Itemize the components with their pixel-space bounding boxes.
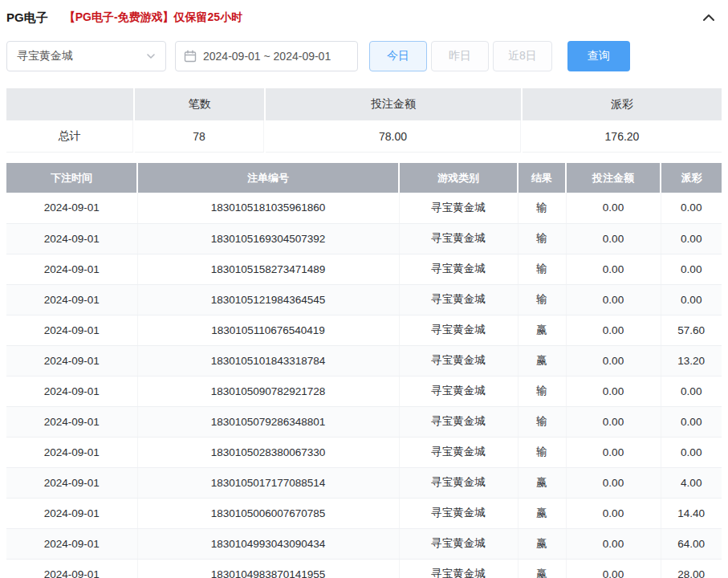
cell-game-type: 寻宝黄金城 (399, 437, 518, 467)
cell-bet-time: 2024-09-01 (6, 315, 137, 345)
table-row: 2024-09-011830104983870141955寻宝黄金城赢0.002… (6, 559, 722, 578)
cell-bet-amount: 0.00 (566, 254, 661, 284)
cell-bet-time: 2024-09-01 (6, 498, 137, 528)
cell-bet-time: 2024-09-01 (6, 559, 137, 578)
cell-bet-time: 2024-09-01 (6, 376, 137, 406)
cell-order-id: 1830105017177088514 (137, 467, 399, 498)
cell-order-id: 1830105169304507392 (137, 223, 399, 254)
date-range-value: 2024-09-01 ~ 2024-09-01 (203, 50, 331, 63)
cell-result: 赢 (518, 345, 566, 376)
calendar-icon (184, 50, 197, 63)
summary-header-bet-amount: 投注金额 (266, 88, 521, 120)
cell-bet-amount: 0.00 (566, 223, 661, 254)
cell-result: 输 (518, 437, 566, 467)
table-row: 2024-09-011830104993043090434寻宝黄金城赢0.006… (6, 528, 722, 559)
query-button[interactable]: 查询 (567, 41, 630, 71)
table-row: 2024-09-011830105169304507392寻宝黄金城输0.000… (6, 223, 722, 254)
cell-bet-amount: 0.00 (566, 559, 661, 578)
table-row: 2024-09-011830105017177088514寻宝黄金城赢0.004… (6, 467, 722, 498)
summary-header-blank (6, 88, 133, 120)
cell-game-type: 寻宝黄金城 (399, 559, 518, 578)
summary-total-label: 总计 (6, 120, 133, 153)
summary-header-row: 笔数 投注金额 派彩 (6, 88, 722, 120)
collapse-button[interactable] (699, 8, 718, 27)
cell-bet-time: 2024-09-01 (6, 345, 137, 376)
date-range-picker[interactable]: 2024-09-01 ~ 2024-09-01 (175, 41, 358, 71)
cell-bet-amount: 0.00 (566, 284, 661, 315)
cell-payout: 64.00 (661, 528, 722, 559)
cell-result: 输 (518, 223, 566, 254)
summary-total-payout: 176.20 (523, 120, 722, 153)
cell-game-type: 寻宝黄金城 (399, 528, 518, 559)
game-select[interactable]: 寻宝黄金城 (6, 41, 166, 71)
cell-bet-amount: 0.00 (566, 498, 661, 528)
cell-bet-amount: 0.00 (566, 193, 661, 223)
quick-range-today[interactable]: 今日 (369, 41, 427, 71)
cell-game-type: 寻宝黄金城 (399, 223, 518, 254)
cell-payout: 0.00 (661, 406, 722, 437)
cell-payout: 0.00 (661, 376, 722, 406)
cell-game-type: 寻宝黄金城 (399, 254, 518, 284)
pg-report-panel: PG电子 【PG电子-免费游戏】仅保留25小时 寻宝黄金城 2024-09-01… (0, 0, 728, 578)
cell-order-id: 1830105158273471489 (137, 254, 399, 284)
cell-game-type: 寻宝黄金城 (399, 315, 518, 345)
cell-bet-amount: 0.00 (566, 437, 661, 467)
cell-payout: 0.00 (661, 223, 722, 254)
summary-total-count: 78 (135, 120, 264, 153)
col-header-bet-time: 下注时间 (6, 163, 137, 193)
cell-bet-amount: 0.00 (566, 315, 661, 345)
col-header-result: 结果 (518, 163, 566, 193)
cell-bet-time: 2024-09-01 (6, 254, 137, 284)
summary-header-payout: 派彩 (523, 88, 722, 120)
summary-total-bet-amount: 78.00 (266, 120, 521, 153)
quick-range-yesterday[interactable]: 昨日 (431, 41, 489, 71)
game-select-value: 寻宝黄金城 (17, 49, 73, 63)
quick-range-last8days[interactable]: 近8日 (493, 41, 552, 71)
col-header-order-id: 注单编号 (137, 163, 399, 193)
cell-game-type: 寻宝黄金城 (399, 193, 518, 223)
cell-payout: 57.60 (661, 315, 722, 345)
cell-result: 赢 (518, 559, 566, 578)
cell-game-type: 寻宝黄金城 (399, 406, 518, 437)
cell-payout: 0.00 (661, 193, 722, 223)
cell-payout: 0.00 (661, 254, 722, 284)
cell-bet-amount: 0.00 (566, 345, 661, 376)
bet-table: 下注时间 注单编号 游戏类别 结果 投注金额 派彩 2024-09-011830… (6, 163, 722, 578)
quick-range-group: 今日 昨日 近8日 (369, 41, 552, 71)
cell-order-id: 1830105028380067330 (137, 437, 399, 467)
bet-table-header-row: 下注时间 注单编号 游戏类别 结果 投注金额 派彩 (6, 163, 722, 193)
table-row: 2024-09-011830105028380067330寻宝黄金城输0.000… (6, 437, 722, 467)
cell-payout: 0.00 (661, 284, 722, 315)
cell-result: 赢 (518, 315, 566, 345)
promo-notice: 【PG电子-免费游戏】仅保留25小时 (64, 10, 242, 25)
table-row: 2024-09-011830105006007670785寻宝黄金城赢0.001… (6, 498, 722, 528)
cell-order-id: 1830105181035961860 (137, 193, 399, 223)
bet-table-body: 2024-09-011830105181035961860寻宝黄金城输0.000… (6, 193, 722, 578)
chevron-up-icon (702, 10, 716, 25)
cell-bet-time: 2024-09-01 (6, 223, 137, 254)
cell-order-id: 1830104983870141955 (137, 559, 399, 578)
cell-game-type: 寻宝黄金城 (399, 284, 518, 315)
table-row: 2024-09-011830105101843318784寻宝黄金城赢0.001… (6, 345, 722, 376)
table-row: 2024-09-011830105181035961860寻宝黄金城输0.000… (6, 193, 722, 223)
col-header-bet-amount: 投注金额 (566, 163, 661, 193)
cell-bet-time: 2024-09-01 (6, 528, 137, 559)
table-row: 2024-09-011830105110676540419寻宝黄金城赢0.005… (6, 315, 722, 345)
cell-result: 输 (518, 254, 566, 284)
cell-order-id: 1830105110676540419 (137, 315, 399, 345)
cell-payout: 14.40 (661, 498, 722, 528)
panel-header: PG电子 【PG电子-免费游戏】仅保留25小时 (0, 0, 728, 35)
summary-total-row: 总计 78 78.00 176.20 (6, 120, 722, 153)
cell-payout: 0.00 (661, 437, 722, 467)
cell-bet-time: 2024-09-01 (6, 193, 137, 223)
cell-order-id: 1830105079286348801 (137, 406, 399, 437)
cell-order-id: 1830105006007670785 (137, 498, 399, 528)
summary-header-count: 笔数 (135, 88, 264, 120)
cell-result: 输 (518, 284, 566, 315)
cell-order-id: 1830105101843318784 (137, 345, 399, 376)
cell-game-type: 寻宝黄金城 (399, 345, 518, 376)
cell-result: 输 (518, 406, 566, 437)
cell-bet-time: 2024-09-01 (6, 437, 137, 467)
cell-bet-amount: 0.00 (566, 528, 661, 559)
table-row: 2024-09-011830105158273471489寻宝黄金城输0.000… (6, 254, 722, 284)
